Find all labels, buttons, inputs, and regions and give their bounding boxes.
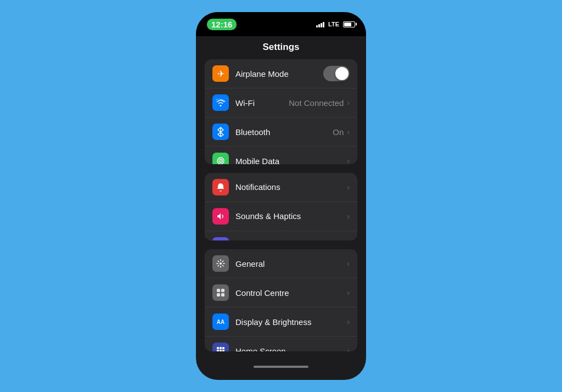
control-centre-label: Control Centre: [235, 288, 347, 298]
display-chevron: ›: [347, 317, 350, 326]
settings-row-airplane-mode[interactable]: ✈ Airplane Mode: [205, 59, 357, 88]
battery-icon: [343, 21, 355, 27]
home-screen-label: Home Screen: [235, 346, 347, 351]
settings-header: Settings: [196, 36, 366, 59]
airplane-mode-label: Airplane Mode: [235, 69, 323, 79]
svg-rect-12: [221, 293, 224, 296]
notifications-label: Notifications: [235, 182, 347, 192]
display-icon: AA: [212, 313, 229, 330]
content-area: ✈ Airplane Mode: [196, 59, 366, 380]
home-indicator: [254, 366, 308, 368]
svg-rect-18: [222, 350, 224, 351]
settings-row-control-centre[interactable]: Control Centre ›: [205, 278, 357, 307]
general-label: General: [235, 259, 347, 268]
control-centre-icon: [212, 284, 229, 301]
settings-row-sounds[interactable]: Sounds & Haptics ›: [205, 202, 357, 231]
general-chevron: ›: [347, 259, 350, 268]
control-centre-chevron: ›: [347, 288, 350, 297]
settings-row-general[interactable]: General ›: [205, 249, 357, 278]
svg-point-8: [220, 262, 222, 265]
svg-rect-11: [217, 293, 220, 296]
sounds-chevron: ›: [347, 212, 350, 221]
airplane-mode-icon: ✈: [212, 65, 229, 82]
phone-frame: 12:16 LTE Settings ✈ Airp: [196, 12, 366, 380]
svg-rect-14: [220, 347, 222, 349]
settings-row-bluetooth[interactable]: Bluetooth On ›: [205, 117, 357, 147]
svg-rect-16: [217, 350, 219, 351]
airplane-mode-toggle[interactable]: [323, 66, 350, 81]
notifications-chevron: ›: [347, 183, 350, 192]
svg-rect-10: [221, 289, 224, 292]
bluetooth-label: Bluetooth: [235, 127, 333, 137]
focus-icon: [212, 237, 229, 241]
mobile-data-icon: [212, 153, 229, 164]
wifi-value: Not Connected: [289, 98, 344, 108]
settings-row-mobile-data[interactable]: Mobile Data ›: [205, 147, 357, 164]
bluetooth-value: On: [333, 127, 344, 137]
lte-label: LTE: [328, 21, 339, 27]
settings-row-display[interactable]: AA Display & Brightness ›: [205, 307, 357, 337]
wifi-icon: [212, 94, 229, 111]
settings-row-wifi[interactable]: Wi-Fi Not Connected ›: [205, 88, 357, 117]
settings-group-general: General › Control Centre ›: [205, 249, 357, 351]
svg-point-2: [220, 160, 221, 161]
mobile-data-label: Mobile Data: [235, 156, 347, 164]
settings-row-notifications[interactable]: Notifications ›: [205, 173, 357, 202]
sounds-icon: [212, 208, 229, 225]
settings-group-notifications: Notifications › Sounds & Haptics ›: [205, 173, 357, 241]
bluetooth-icon: [212, 124, 229, 140]
svg-rect-13: [217, 347, 219, 349]
signal-bars-icon: [316, 21, 324, 27]
bluetooth-chevron: ›: [347, 127, 350, 136]
settings-group-connectivity: ✈ Airplane Mode: [205, 59, 357, 164]
wifi-label: Wi-Fi: [235, 98, 289, 108]
home-screen-chevron: ›: [347, 346, 350, 351]
sounds-label: Sounds & Haptics: [235, 211, 347, 221]
home-screen-icon: [212, 343, 229, 351]
svg-rect-9: [217, 289, 220, 292]
display-label: Display & Brightness: [235, 317, 347, 327]
settings-row-home-screen[interactable]: Home Screen ›: [205, 337, 357, 351]
status-bar: 12:16 LTE: [196, 12, 366, 36]
settings-row-focus[interactable]: Focus ›: [205, 231, 357, 241]
status-icons: LTE: [316, 21, 355, 27]
wifi-chevron: ›: [347, 98, 350, 107]
home-indicator-area: [205, 360, 357, 371]
svg-rect-15: [222, 347, 224, 349]
notifications-icon: [212, 179, 229, 195]
page-title: Settings: [262, 42, 299, 52]
svg-rect-17: [220, 350, 222, 351]
general-icon: [212, 255, 229, 272]
mobile-data-chevron: ›: [347, 156, 350, 164]
status-time: 12:16: [207, 19, 237, 30]
